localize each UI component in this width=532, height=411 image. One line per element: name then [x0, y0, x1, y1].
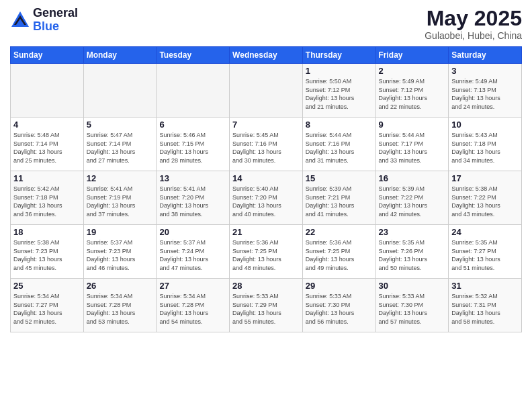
day-number: 18 [13, 227, 81, 237]
day-number: 3 [451, 66, 519, 76]
calendar-cell: 17Sunrise: 5:38 AM Sunset: 7:22 PM Dayli… [449, 171, 522, 225]
day-number: 26 [87, 281, 154, 291]
cell-info: Sunrise: 5:36 AM Sunset: 7:25 PM Dayligh… [306, 238, 373, 272]
cell-info: Sunrise: 5:50 AM Sunset: 7:12 PM Dayligh… [306, 77, 373, 111]
cell-info: Sunrise: 5:41 AM Sunset: 7:20 PM Dayligh… [159, 185, 226, 218]
cell-info: Sunrise: 5:36 AM Sunset: 7:25 PM Dayligh… [232, 238, 300, 272]
cell-info: Sunrise: 5:46 AM Sunset: 7:15 PM Dayligh… [159, 131, 226, 165]
day-number: 29 [306, 281, 373, 291]
calendar-cell: 23Sunrise: 5:35 AM Sunset: 7:26 PM Dayli… [375, 225, 449, 279]
cell-info: Sunrise: 5:37 AM Sunset: 7:24 PM Dayligh… [159, 238, 226, 272]
day-number: 15 [306, 173, 373, 183]
calendar-cell: 20Sunrise: 5:37 AM Sunset: 7:24 PM Dayli… [157, 225, 230, 279]
calendar-cell: 19Sunrise: 5:37 AM Sunset: 7:23 PM Dayli… [83, 225, 157, 279]
calendar-cell [11, 64, 84, 118]
calendar-table: Sunday Monday Tuesday Wednesday Thursday… [10, 46, 522, 332]
day-number: 21 [232, 227, 300, 237]
day-number: 30 [379, 281, 446, 291]
calendar-cell: 3Sunrise: 5:49 AM Sunset: 7:13 PM Daylig… [449, 64, 522, 118]
calendar-cell: 25Sunrise: 5:34 AM Sunset: 7:27 PM Dayli… [11, 279, 84, 332]
day-number: 12 [87, 173, 154, 183]
calendar-cell: 1Sunrise: 5:50 AM Sunset: 7:12 PM Daylig… [302, 64, 375, 118]
day-number: 1 [306, 66, 373, 76]
cell-info: Sunrise: 5:32 AM Sunset: 7:31 PM Dayligh… [451, 292, 519, 326]
cell-info: Sunrise: 5:45 AM Sunset: 7:16 PM Dayligh… [232, 131, 300, 165]
cell-info: Sunrise: 5:44 AM Sunset: 7:17 PM Dayligh… [379, 131, 446, 165]
col-thursday: Thursday [302, 47, 375, 64]
cell-info: Sunrise: 5:35 AM Sunset: 7:27 PM Dayligh… [451, 238, 519, 272]
calendar-cell [230, 64, 303, 118]
calendar-cell: 31Sunrise: 5:32 AM Sunset: 7:31 PM Dayli… [449, 279, 522, 332]
calendar-cell [83, 64, 157, 118]
day-number: 9 [379, 120, 446, 130]
logo-blue: Blue [33, 20, 78, 34]
calendar-cell: 26Sunrise: 5:34 AM Sunset: 7:28 PM Dayli… [83, 279, 157, 332]
logo-general: General [33, 7, 78, 20]
cell-info: Sunrise: 5:33 AM Sunset: 7:30 PM Dayligh… [379, 292, 446, 326]
page-header: General Blue May 2025 Gulaobei, Hubei, C… [10, 7, 522, 41]
cell-info: Sunrise: 5:49 AM Sunset: 7:13 PM Dayligh… [451, 77, 519, 111]
calendar-cell: 16Sunrise: 5:39 AM Sunset: 7:22 PM Dayli… [375, 171, 449, 225]
day-number: 8 [306, 120, 373, 130]
day-number: 17 [451, 173, 519, 183]
day-number: 23 [379, 227, 446, 237]
logo-icon [10, 10, 30, 30]
calendar-row: 4Sunrise: 5:48 AM Sunset: 7:14 PM Daylig… [11, 118, 522, 171]
cell-info: Sunrise: 5:38 AM Sunset: 7:23 PM Dayligh… [13, 238, 81, 272]
day-number: 10 [451, 120, 519, 130]
cell-info: Sunrise: 5:34 AM Sunset: 7:27 PM Dayligh… [13, 292, 81, 326]
day-number: 16 [379, 173, 446, 183]
calendar-cell: 9Sunrise: 5:44 AM Sunset: 7:17 PM Daylig… [375, 118, 449, 171]
subtitle: Gulaobei, Hubei, China [425, 30, 522, 41]
calendar-cell: 4Sunrise: 5:48 AM Sunset: 7:14 PM Daylig… [11, 118, 84, 171]
calendar-cell: 18Sunrise: 5:38 AM Sunset: 7:23 PM Dayli… [11, 225, 84, 279]
day-number: 27 [159, 281, 226, 291]
cell-info: Sunrise: 5:35 AM Sunset: 7:26 PM Dayligh… [379, 238, 446, 272]
col-wednesday: Wednesday [230, 47, 303, 64]
cell-info: Sunrise: 5:44 AM Sunset: 7:16 PM Dayligh… [306, 131, 373, 165]
calendar-cell: 27Sunrise: 5:34 AM Sunset: 7:28 PM Dayli… [157, 279, 230, 332]
day-number: 5 [87, 120, 154, 130]
cell-info: Sunrise: 5:37 AM Sunset: 7:23 PM Dayligh… [87, 238, 154, 272]
logo-text: General Blue [33, 7, 78, 34]
cell-info: Sunrise: 5:47 AM Sunset: 7:14 PM Dayligh… [87, 131, 154, 165]
calendar-cell: 8Sunrise: 5:44 AM Sunset: 7:16 PM Daylig… [302, 118, 375, 171]
calendar-row: 18Sunrise: 5:38 AM Sunset: 7:23 PM Dayli… [11, 225, 522, 279]
calendar-cell: 14Sunrise: 5:40 AM Sunset: 7:20 PM Dayli… [230, 171, 303, 225]
calendar-cell: 12Sunrise: 5:41 AM Sunset: 7:19 PM Dayli… [83, 171, 157, 225]
title-section: May 2025 Gulaobei, Hubei, China [425, 7, 522, 41]
calendar-cell: 10Sunrise: 5:43 AM Sunset: 7:18 PM Dayli… [449, 118, 522, 171]
cell-info: Sunrise: 5:33 AM Sunset: 7:29 PM Dayligh… [232, 292, 300, 326]
day-number: 20 [159, 227, 226, 237]
calendar-body: 1Sunrise: 5:50 AM Sunset: 7:12 PM Daylig… [11, 64, 522, 332]
month-title: May 2025 [425, 7, 522, 30]
calendar-cell: 6Sunrise: 5:46 AM Sunset: 7:15 PM Daylig… [157, 118, 230, 171]
calendar-cell: 11Sunrise: 5:42 AM Sunset: 7:18 PM Dayli… [11, 171, 84, 225]
day-number: 25 [13, 281, 81, 291]
cell-info: Sunrise: 5:43 AM Sunset: 7:18 PM Dayligh… [451, 131, 519, 165]
day-number: 6 [159, 120, 226, 130]
day-number: 7 [232, 120, 300, 130]
calendar-row: 1Sunrise: 5:50 AM Sunset: 7:12 PM Daylig… [11, 64, 522, 118]
cell-info: Sunrise: 5:39 AM Sunset: 7:21 PM Dayligh… [306, 185, 373, 218]
cell-info: Sunrise: 5:48 AM Sunset: 7:14 PM Dayligh… [13, 131, 81, 165]
calendar-cell: 5Sunrise: 5:47 AM Sunset: 7:14 PM Daylig… [83, 118, 157, 171]
calendar-cell: 7Sunrise: 5:45 AM Sunset: 7:16 PM Daylig… [230, 118, 303, 171]
logo: General Blue [10, 7, 78, 34]
calendar-cell: 13Sunrise: 5:41 AM Sunset: 7:20 PM Dayli… [157, 171, 230, 225]
col-tuesday: Tuesday [157, 47, 230, 64]
day-number: 4 [13, 120, 81, 130]
col-saturday: Saturday [449, 47, 522, 64]
calendar-cell [157, 64, 230, 118]
day-number: 19 [87, 227, 154, 237]
calendar-cell: 24Sunrise: 5:35 AM Sunset: 7:27 PM Dayli… [449, 225, 522, 279]
calendar-cell: 15Sunrise: 5:39 AM Sunset: 7:21 PM Dayli… [302, 171, 375, 225]
day-number: 31 [451, 281, 519, 291]
calendar-cell: 2Sunrise: 5:49 AM Sunset: 7:12 PM Daylig… [375, 64, 449, 118]
header-row: Sunday Monday Tuesday Wednesday Thursday… [11, 47, 522, 64]
day-number: 13 [159, 173, 226, 183]
day-number: 11 [13, 173, 81, 183]
calendar-row: 25Sunrise: 5:34 AM Sunset: 7:27 PM Dayli… [11, 279, 522, 332]
cell-info: Sunrise: 5:41 AM Sunset: 7:19 PM Dayligh… [87, 185, 154, 218]
col-sunday: Sunday [11, 47, 84, 64]
